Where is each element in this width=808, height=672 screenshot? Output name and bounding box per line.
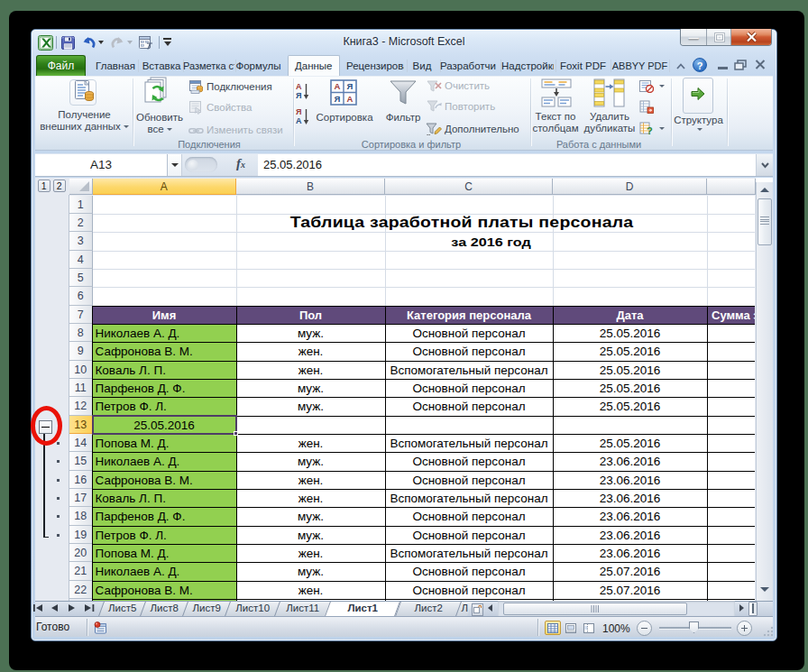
svg-text:А: А [296, 116, 302, 125]
svg-text:Я: Я [347, 81, 354, 91]
svg-text:Я: Я [335, 94, 341, 104]
svg-text:?: ? [647, 125, 653, 135]
svg-text:А: А [296, 82, 302, 91]
svg-text:А: А [335, 81, 341, 91]
svg-text:А: А [347, 94, 354, 104]
svg-text:Я: Я [296, 107, 301, 116]
svg-text:Я: Я [296, 91, 301, 100]
